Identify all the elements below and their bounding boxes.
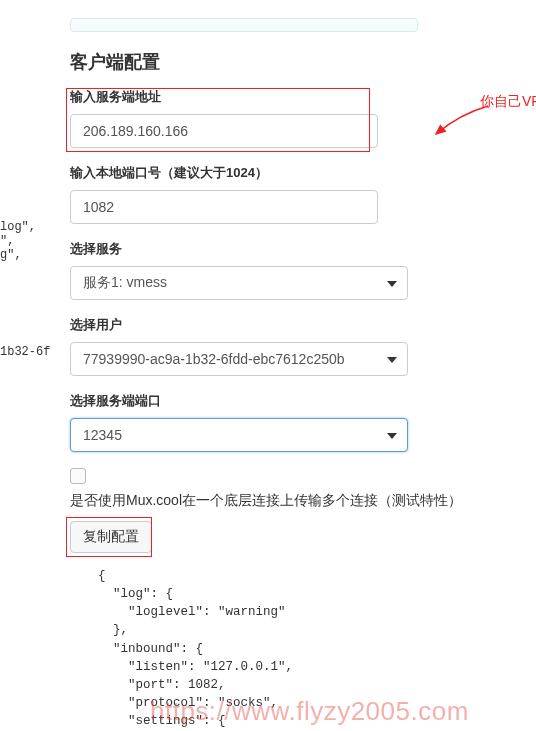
user-label: 选择用户: [70, 316, 490, 334]
server-port-label: 选择服务端端口: [70, 392, 490, 410]
service-select-value: 服务1: vmess: [83, 274, 167, 292]
service-label: 选择服务: [70, 240, 490, 258]
user-select-value: 77939990-ac9a-1b32-6fdd-ebc7612c250b: [83, 351, 345, 367]
server-address-input[interactable]: [70, 114, 378, 148]
caret-down-icon: [387, 433, 397, 439]
caret-down-icon: [387, 357, 397, 363]
service-select[interactable]: 服务1: vmess: [70, 266, 408, 300]
user-select[interactable]: 77939990-ac9a-1b32-6fdd-ebc7612c250b: [70, 342, 408, 376]
watermark-text: https://www.flyzy2005.com: [150, 696, 469, 727]
server-port-select-value: 12345: [83, 427, 122, 443]
panel-top-border: [70, 18, 418, 32]
server-address-label: 输入服务端地址: [70, 88, 490, 106]
caret-down-icon: [387, 281, 397, 287]
offscreen-code-fragment-top: log", ", g",: [0, 220, 36, 262]
offscreen-code-fragment-mid: 1b32-6f: [0, 345, 50, 359]
local-port-label: 输入本地端口号（建议大于1024）: [70, 164, 490, 182]
mux-checkbox[interactable]: [70, 468, 86, 484]
local-port-input[interactable]: [70, 190, 378, 224]
copy-config-button[interactable]: 复制配置: [70, 521, 152, 553]
mux-checkbox-label: 是否使用Mux.cool在一个底层连接上传输多个连接（测试特性）: [70, 490, 490, 511]
client-config-panel: 客户端配置 你自己VPS的IP 输入服务端地址 输入本地端口号（建议大于1024…: [70, 18, 490, 730]
server-port-select[interactable]: 12345: [70, 418, 408, 452]
page-title: 客户端配置: [70, 50, 490, 74]
